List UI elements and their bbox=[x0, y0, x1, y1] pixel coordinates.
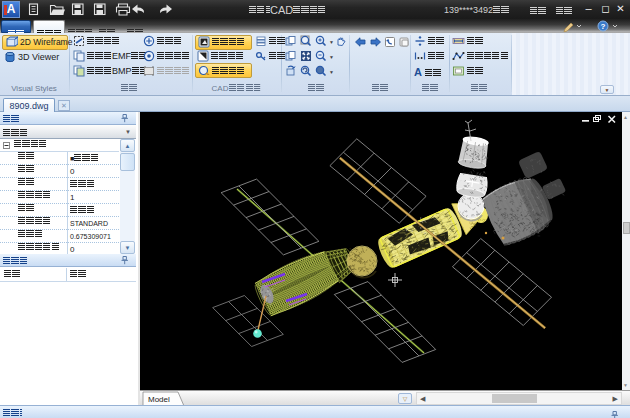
svg-text:Model: Model bbox=[148, 395, 170, 404]
svg-text:?: ? bbox=[601, 22, 606, 31]
